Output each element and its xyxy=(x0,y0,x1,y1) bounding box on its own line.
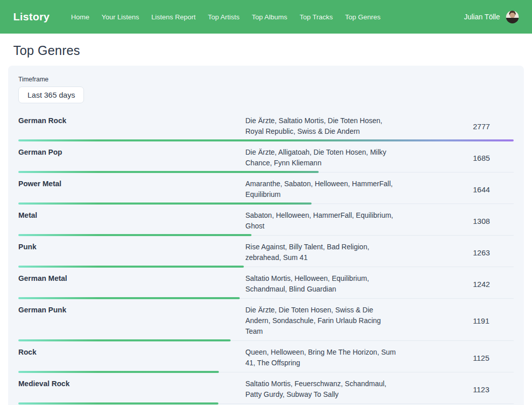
genre-name: German Rock xyxy=(18,115,245,125)
timeframe-field: Timeframe Last 365 days xyxy=(18,76,514,103)
top-genres-panel: Timeframe Last 365 days German RockDie Ä… xyxy=(8,66,524,405)
genre-progressbar xyxy=(18,139,514,141)
genre-count: 1191 xyxy=(473,316,514,325)
genre-name: Punk xyxy=(18,242,245,251)
genre-row: RockQueen, Helloween, Bring Me The Horiz… xyxy=(18,345,514,373)
main-nav: HomeYour ListensListens ReportTop Artist… xyxy=(71,13,380,21)
genre-name: German Punk xyxy=(18,305,245,314)
genre-row: German PopDie Ärzte, Alligatoah, Die Tot… xyxy=(18,146,514,173)
genre-count: 1263 xyxy=(473,248,514,257)
genre-name: Power Metal xyxy=(18,179,245,188)
nav-item-top-albums[interactable]: Top Albums xyxy=(252,13,288,21)
genre-artists: Amaranthe, Sabaton, Helloween, HammerFal… xyxy=(245,179,398,200)
genre-artists: Die Ärzte, Alligatoah, Die Toten Hosen, … xyxy=(245,147,398,168)
genre-count: 1685 xyxy=(473,154,514,162)
genre-progressbar xyxy=(18,234,514,236)
nav-item-top-artists[interactable]: Top Artists xyxy=(208,13,239,21)
timeframe-label: Timeframe xyxy=(18,76,514,83)
genre-row: Power MetalAmaranthe, Sabaton, Helloween… xyxy=(18,177,514,205)
app-header: Listory HomeYour ListensListens ReportTo… xyxy=(0,0,532,34)
genre-count: 1644 xyxy=(473,185,514,194)
genre-name: Rock xyxy=(18,347,245,356)
genre-row: PunkRise Against, Billy Talent, Bad Reli… xyxy=(18,240,514,268)
genre-name: Medieval Rock xyxy=(18,379,245,388)
genre-progressbar xyxy=(18,202,514,205)
genre-name: Metal xyxy=(18,210,245,219)
genre-progressbar xyxy=(18,297,514,299)
genre-row: German RockDie Ärzte, Saltatio Mortis, D… xyxy=(18,114,514,141)
genre-count: 1123 xyxy=(473,385,514,394)
genre-count: 1242 xyxy=(473,280,514,288)
genre-artists: Saltatio Mortis, Feuerschwanz, Schandmau… xyxy=(245,379,398,400)
genre-row: MetalSabaton, Helloween, HammerFall, Equ… xyxy=(18,209,514,236)
nav-item-home[interactable]: Home xyxy=(71,13,89,21)
genre-progressbar xyxy=(18,371,514,373)
genre-count: 1125 xyxy=(473,354,514,362)
genre-artists: Rise Against, Billy Talent, Bad Religion… xyxy=(245,242,398,263)
genre-artists: Queen, Helloween, Bring Me The Horizon, … xyxy=(245,347,398,368)
genre-list: German RockDie Ärzte, Saltatio Mortis, D… xyxy=(18,114,514,405)
genre-name: German Pop xyxy=(18,147,245,156)
genre-progressbar xyxy=(18,402,514,404)
user-avatar[interactable] xyxy=(506,11,519,23)
genre-name: German Metal xyxy=(18,273,245,282)
genre-count: 2777 xyxy=(473,122,514,131)
nav-item-your-listens[interactable]: Your Listens xyxy=(101,13,139,21)
genre-row: German MetalSaltatio Mortis, Helloween, … xyxy=(18,272,514,299)
genre-count: 1308 xyxy=(473,217,514,225)
genre-row: German PunkDie Ärzte, Die Toten Hosen, S… xyxy=(18,303,514,341)
nav-item-top-tracks[interactable]: Top Tracks xyxy=(299,13,332,21)
genre-progressbar xyxy=(18,266,514,268)
nav-item-top-genres[interactable]: Top Genres xyxy=(345,13,381,21)
genre-progressbar xyxy=(18,339,514,341)
brand-logo[interactable]: Listory xyxy=(13,11,49,23)
genre-artists: Die Ärzte, Saltatio Mortis, Die Toten Ho… xyxy=(245,115,398,137)
genre-artists: Sabaton, Helloween, HammerFall, Equilibr… xyxy=(245,210,398,232)
timeframe-select[interactable]: Last 365 days xyxy=(18,86,84,103)
genre-artists: Saltatio Mortis, Helloween, Equilibrium,… xyxy=(245,273,398,295)
user-name[interactable]: Julian Tölle xyxy=(464,13,500,21)
page-title: Top Genres xyxy=(8,34,524,66)
header-user-area: Julian Tölle xyxy=(464,11,519,23)
genre-progressbar xyxy=(18,171,514,173)
genre-artists: Die Ärzte, Die Toten Hosen, Swiss & Die … xyxy=(245,305,398,337)
nav-item-listens-report[interactable]: Listens Report xyxy=(151,13,195,21)
genre-row: Medieval RockSaltatio Mortis, Feuerschwa… xyxy=(18,377,514,404)
page-main: Top Genres Timeframe Last 365 days Germa… xyxy=(0,34,532,405)
